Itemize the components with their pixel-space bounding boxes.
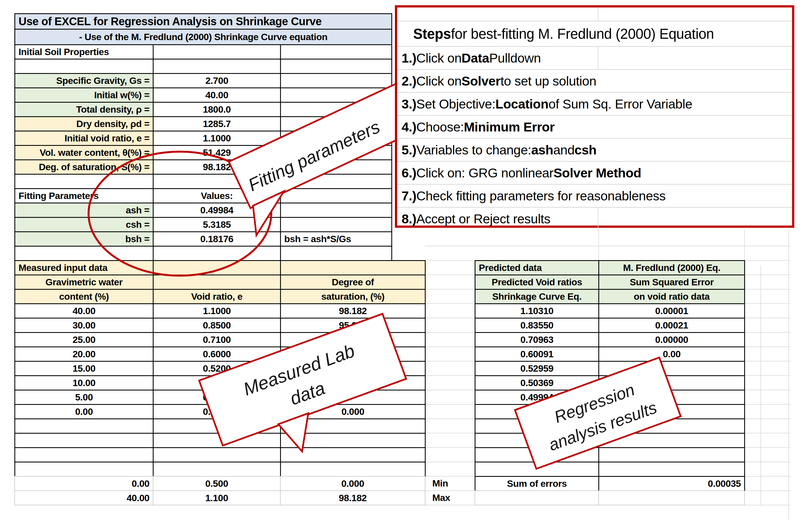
step-text-segment: 2.) — [401, 73, 416, 88]
steps-row: Steps for best-fitting M. Fredlund (2000… — [397, 21, 792, 46]
step-text-segment: for best-fitting M. Fredlund (2000) Equa… — [451, 26, 714, 42]
step-text-segment: Location — [495, 96, 549, 111]
step-text-segment: 1.) — [401, 50, 416, 66]
step-text-segment: Set Objective: — [416, 96, 495, 111]
step-text-segment: Steps — [413, 26, 451, 42]
step-text-segment: 6.) — [401, 165, 416, 180]
step-text-segment: Check fitting parameters for reasonablen… — [416, 188, 665, 203]
step-text-segment: csh — [575, 142, 597, 157]
grid-divider — [598, 7, 598, 21]
step-text-segment: 4.) — [401, 119, 416, 134]
steps-row: 2.) Click on Solver to set up solution — [397, 69, 792, 92]
steps-row: 6.) Click on: GRG nonlinear Solver Metho… — [397, 161, 792, 184]
step-text-segment: Pulldown — [489, 50, 541, 66]
step-text-segment: Accept or Reject results — [416, 211, 550, 226]
grid-divider — [598, 208, 598, 230]
steps-row: 1.) Click on Data Pulldown — [397, 46, 792, 69]
step-text-segment: Solver — [462, 73, 501, 88]
step-text-segment: ash — [531, 142, 553, 157]
step-text-segment: 8.) — [401, 211, 416, 226]
step-text-segment: and — [553, 142, 575, 157]
step-text-segment: 3.) — [401, 96, 416, 111]
step-text-segment: of Sum Sq. Error Variable — [549, 96, 692, 111]
step-text-segment: to set up solution — [500, 73, 596, 88]
steps-row: 8.) Accept or Reject results — [397, 207, 792, 230]
steps-row: 7.) Check fitting parameters for reasona… — [397, 184, 792, 207]
step-text-segment: 5.) — [401, 142, 416, 157]
step-text-segment: Minimum Error — [464, 119, 555, 134]
steps-row: 3.) Set Objective: Location of Sum Sq. E… — [397, 92, 792, 115]
step-text-segment: Variables to change: — [416, 142, 531, 157]
step-text-segment: Choose: — [416, 119, 464, 134]
step-text-segment: Click on: GRG nonlinear — [416, 165, 553, 180]
steps-row: 4.) Choose: Minimum Error — [397, 115, 792, 138]
step-text-segment: Data — [462, 50, 489, 66]
measured-lab-data-callout: Measured Lab data — [199, 314, 417, 476]
steps-row: 5.) Variables to change: ash and csh — [397, 138, 792, 161]
step-text-segment: Click on — [416, 50, 461, 66]
grid-divider — [598, 47, 598, 69]
step-text-segment: 7.) — [401, 188, 416, 203]
step-text-segment: Click on — [416, 73, 461, 88]
step-text-segment: Solver Method — [553, 165, 641, 180]
regression-results-callout: Regression analysis results — [515, 358, 681, 469]
solver-steps-box: Steps for best-fitting M. Fredlund (2000… — [395, 5, 794, 228]
steps-row — [397, 7, 792, 21]
